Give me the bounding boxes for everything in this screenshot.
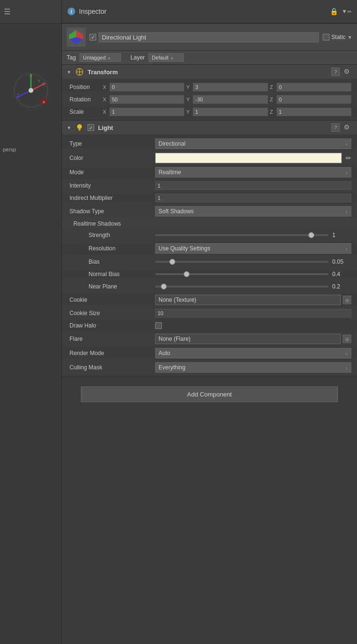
position-fields: X Y Z (103, 83, 351, 91)
scale-x-input[interactable] (109, 108, 184, 116)
tag-dropdown-arrow: ⬨ (108, 55, 111, 60)
realtime-shadows-label: Realtime Shadows (73, 220, 121, 227)
resolution-dropdown-inner[interactable]: Use Quality Settings ⬨ (155, 243, 351, 254)
position-z-input[interactable] (277, 83, 351, 91)
culling-mask-dropdown-arrow: ⬨ (345, 365, 348, 370)
bias-slider-thumb[interactable] (169, 259, 175, 265)
svg-text:Y: Y (37, 79, 40, 83)
culling-mask-value: Everything (159, 364, 186, 371)
indirect-multiplier-row: Indirect Multiplier (62, 192, 357, 204)
object-name-input[interactable] (99, 32, 319, 42)
transform-gear-btn[interactable]: ⚙ (344, 68, 352, 76)
color-picker-icon[interactable]: ✏ (346, 154, 351, 162)
svg-point-12 (29, 88, 33, 93)
normal-bias-slider-thumb[interactable] (184, 271, 189, 277)
layer-dropdown[interactable]: Default ⬨ (149, 53, 184, 62)
cookie-size-label: Cookie Size (69, 310, 155, 317)
strength-slider-track[interactable] (155, 234, 328, 236)
transform-header[interactable]: ▼ Transform ? ⚙ (62, 65, 357, 79)
type-row: Type Directional ⬨ (62, 137, 357, 151)
cookie-select-btn[interactable]: ◎ (343, 296, 351, 304)
transform-properties: Position X Y Z (62, 79, 357, 120)
type-value: Directional (159, 140, 186, 147)
tab-menu-icon[interactable]: ▼═ (342, 8, 351, 15)
position-y-input[interactable] (193, 83, 268, 91)
object-active-checkbox[interactable]: ✓ (89, 34, 96, 40)
mode-dropdown[interactable]: Realtime ⬨ (155, 167, 351, 178)
light-collapse-arrow: ▼ (67, 125, 71, 130)
position-label: Position (69, 84, 103, 90)
left-panel-header: ☰ (0, 0, 61, 24)
position-z-axis: Z (270, 84, 276, 90)
object-header: ✓ Static ▼ (62, 24, 357, 51)
cookie-value[interactable]: None (Texture) (155, 295, 341, 305)
shadow-type-value: Soft Shadows (159, 208, 194, 215)
scale-y-input[interactable] (193, 108, 268, 116)
near-plane-slider-track[interactable] (155, 286, 328, 287)
svg-marker-4 (30, 74, 32, 77)
info-icon: i (68, 8, 75, 15)
light-gear-btn[interactable]: ⚙ (344, 123, 352, 132)
hamburger-icon[interactable]: ☰ (4, 7, 10, 16)
normal-bias-slider-track[interactable] (155, 273, 328, 275)
culling-mask-dropdown-inner[interactable]: Everything ⬨ (155, 362, 351, 373)
near-plane-slider-thumb[interactable] (161, 284, 167, 289)
tag-dropdown[interactable]: Untagged ⬨ (79, 53, 121, 62)
position-z-group: Z (270, 83, 351, 91)
svg-text:X: X (42, 82, 45, 87)
add-component-button[interactable]: Add Component (81, 386, 338, 402)
light-name: Light (98, 124, 113, 131)
static-dropdown-arrow[interactable]: ▼ (347, 35, 352, 40)
static-checkbox[interactable] (323, 34, 329, 40)
color-value-area: ✏ (155, 153, 351, 163)
position-x-input[interactable] (109, 83, 184, 91)
intensity-input[interactable] (155, 181, 351, 190)
cookie-size-input[interactable] (155, 309, 351, 317)
scale-y-group: Y (186, 108, 268, 116)
scale-z-input[interactable] (277, 108, 351, 116)
indirect-multiplier-input[interactable] (155, 194, 351, 202)
color-swatch[interactable] (155, 153, 342, 163)
mode-dropdown-inner[interactable]: Realtime ⬨ (155, 167, 351, 178)
rotation-y-input[interactable] (193, 95, 268, 104)
shadow-type-dropdown[interactable]: Soft Shadows ⬨ (155, 206, 351, 217)
shadow-type-dropdown-inner[interactable]: Soft Shadows ⬨ (155, 206, 351, 217)
gizmo-area: X Y X Z persp (0, 24, 61, 157)
rotation-y-group: Y (186, 95, 268, 104)
gizmo-svg: X Y X Z (10, 69, 52, 112)
intensity-row: Intensity (62, 179, 357, 192)
light-header[interactable]: ▼ ✓ Light ? ⚙ (62, 120, 357, 135)
type-dropdown[interactable]: Directional ⬨ (155, 139, 351, 149)
bias-row: Bias 0.05 (62, 256, 357, 268)
render-mode-dropdown-inner[interactable]: Auto ⬨ (155, 348, 351, 358)
flare-select-btn[interactable]: ◎ (343, 335, 351, 343)
flare-value[interactable]: None (Flare) (155, 334, 341, 344)
resolution-dropdown[interactable]: Use Quality Settings ⬨ (155, 243, 351, 254)
svg-text:Z: Z (17, 93, 20, 98)
culling-mask-dropdown[interactable]: Everything ⬨ (155, 362, 351, 373)
rotation-z-input[interactable] (277, 95, 351, 104)
type-dropdown-inner[interactable]: Directional ⬨ (155, 139, 351, 149)
persp-label: persp (3, 147, 16, 152)
light-section: ▼ ✓ Light ? ⚙ Type Directional ⬨ (62, 120, 357, 377)
strength-row: Strength 1 (62, 229, 357, 241)
left-panel: ☰ X Y X Z persp (0, 0, 62, 644)
rotation-x-input[interactable] (109, 95, 184, 104)
bias-slider-track[interactable] (155, 261, 328, 263)
rotation-x-group: X (103, 95, 184, 104)
bias-label: Bias (69, 258, 155, 265)
position-y-axis: Y (186, 84, 192, 90)
scale-fields: X Y Z (103, 108, 351, 116)
light-help-btn[interactable]: ? (331, 123, 340, 132)
strength-slider-thumb[interactable] (308, 232, 314, 238)
draw-halo-checkbox[interactable] (155, 322, 162, 329)
lock-icon[interactable]: 🔒 (330, 8, 338, 15)
normal-bias-slider-row: 0.4 (155, 271, 351, 277)
mode-dropdown-arrow: ⬨ (345, 170, 348, 175)
draw-halo-label: Draw Halo (69, 322, 155, 329)
light-active-checkbox[interactable]: ✓ (88, 124, 94, 131)
render-mode-dropdown[interactable]: Auto ⬨ (155, 348, 351, 358)
svg-point-20 (77, 124, 82, 129)
transform-help-btn[interactable]: ? (331, 68, 340, 76)
scale-label: Scale (69, 109, 103, 115)
